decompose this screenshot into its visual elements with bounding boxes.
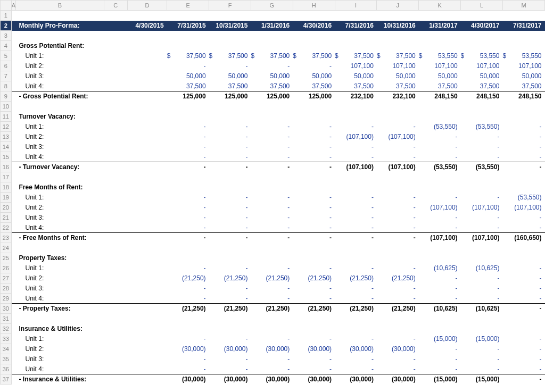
value-cell[interactable]: - [342, 334, 377, 344]
value-cell[interactable]: - [258, 193, 293, 203]
value-cell[interactable]: 50,000 [342, 71, 377, 81]
value-cell[interactable]: - [467, 142, 502, 152]
value-cell[interactable]: - [174, 283, 209, 294]
value-cell[interactable]: - [300, 152, 335, 162]
row-header[interactable]: 14 [1, 142, 12, 152]
cell[interactable] [127, 193, 167, 203]
value-cell[interactable]: - [425, 152, 460, 162]
value-cell[interactable]: 37,500 [467, 81, 502, 91]
value-cell[interactable]: - [509, 122, 545, 132]
value-cell[interactable]: - [342, 193, 377, 203]
value-cell[interactable]: - [342, 354, 377, 364]
cell[interactable] [11, 243, 544, 253]
cell[interactable] [11, 213, 15, 223]
total-value[interactable]: (53,550) [425, 162, 460, 172]
value-cell[interactable]: - [383, 294, 418, 304]
cell[interactable] [167, 324, 545, 334]
value-cell[interactable]: - [425, 283, 460, 294]
value-cell[interactable]: - [383, 122, 418, 132]
value-cell[interactable]: 37,500 [425, 81, 460, 91]
row-header[interactable]: 24 [1, 243, 12, 253]
row-header[interactable]: 7 [1, 71, 12, 81]
value-cell[interactable]: 37,500 [258, 51, 293, 61]
value-cell[interactable]: - [300, 294, 335, 304]
total-value[interactable]: (107,100) [383, 162, 418, 172]
value-cell[interactable]: - [174, 334, 209, 344]
value-cell[interactable]: (30,000) [258, 344, 293, 354]
cell[interactable] [11, 172, 544, 182]
value-cell[interactable]: - [342, 364, 377, 374]
col-header-K[interactable]: K [419, 1, 461, 11]
value-cell[interactable]: - [383, 354, 418, 364]
value-cell[interactable]: - [383, 263, 418, 273]
value-cell[interactable]: - [467, 132, 502, 142]
cell[interactable] [11, 31, 544, 41]
row-header[interactable]: 31 [1, 314, 12, 324]
row-header[interactable]: 25 [1, 253, 12, 263]
value-cell[interactable]: - [258, 283, 293, 294]
row-header[interactable]: 19 [1, 193, 12, 203]
value-cell[interactable]: - [342, 263, 377, 273]
row-header[interactable]: 15 [1, 152, 12, 162]
cell[interactable] [127, 223, 167, 233]
value-cell[interactable]: 37,500 [174, 81, 209, 91]
value-cell[interactable]: (21,250) [216, 273, 251, 283]
value-cell[interactable]: - [383, 193, 418, 203]
value-cell[interactable]: (30,000) [300, 344, 335, 354]
row-header[interactable]: 34 [1, 344, 12, 354]
value-cell[interactable]: - [425, 294, 460, 304]
value-cell[interactable]: 107,100 [425, 61, 460, 71]
total-value[interactable]: 125,000 [300, 91, 335, 102]
value-cell[interactable]: - [174, 213, 209, 223]
value-cell[interactable]: - [509, 213, 545, 223]
total-value[interactable]: - [258, 162, 293, 172]
value-cell[interactable]: - [425, 213, 460, 223]
total-value[interactable]: 125,000 [174, 91, 209, 102]
row-header[interactable]: 13 [1, 132, 12, 142]
value-cell[interactable]: - [509, 344, 545, 354]
value-cell[interactable]: - [383, 364, 418, 374]
cell[interactable] [167, 182, 545, 193]
total-value[interactable]: - [509, 162, 545, 172]
value-cell[interactable]: - [258, 364, 293, 374]
value-cell[interactable]: 50,000 [383, 71, 418, 81]
total-value[interactable]: - [342, 233, 377, 243]
cell[interactable] [11, 263, 15, 273]
cell[interactable] [11, 122, 15, 132]
col-header-B[interactable]: B [16, 1, 104, 11]
cell[interactable] [127, 122, 167, 132]
col-header-J[interactable]: J [377, 1, 419, 11]
total-value[interactable]: - [300, 162, 335, 172]
value-cell[interactable]: - [258, 263, 293, 273]
value-cell[interactable]: 53,550 [467, 51, 502, 61]
row-header[interactable]: 23 [1, 233, 12, 243]
value-cell[interactable]: (15,000) [467, 334, 502, 344]
row-header[interactable]: 32 [1, 324, 12, 334]
row-header[interactable]: 33 [1, 334, 12, 344]
value-cell[interactable]: - [425, 142, 460, 152]
value-cell[interactable]: 50,000 [258, 71, 293, 81]
cell[interactable] [127, 233, 167, 243]
value-cell[interactable]: (53,550) [467, 122, 502, 132]
value-cell[interactable]: 37,500 [216, 51, 251, 61]
col-header-M[interactable]: M [502, 1, 544, 11]
value-cell[interactable]: - [300, 364, 335, 374]
value-cell[interactable]: - [258, 152, 293, 162]
total-value[interactable]: (107,100) [425, 233, 460, 243]
value-cell[interactable]: 107,100 [467, 61, 502, 71]
cell[interactable] [127, 354, 167, 364]
row-header[interactable]: 9 [1, 91, 12, 102]
total-value[interactable]: - [174, 233, 209, 243]
value-cell[interactable]: - [174, 61, 209, 71]
cell[interactable] [127, 51, 167, 61]
value-cell[interactable]: - [467, 364, 502, 374]
value-cell[interactable]: - [509, 273, 545, 283]
cell[interactable] [11, 283, 15, 294]
value-cell[interactable]: - [216, 263, 251, 273]
total-value[interactable]: - [509, 374, 545, 385]
cell[interactable] [11, 334, 15, 344]
total-value[interactable]: - [174, 162, 209, 172]
cell[interactable] [11, 162, 15, 172]
total-value[interactable]: (30,000) [174, 374, 209, 385]
value-cell[interactable]: - [383, 213, 418, 223]
